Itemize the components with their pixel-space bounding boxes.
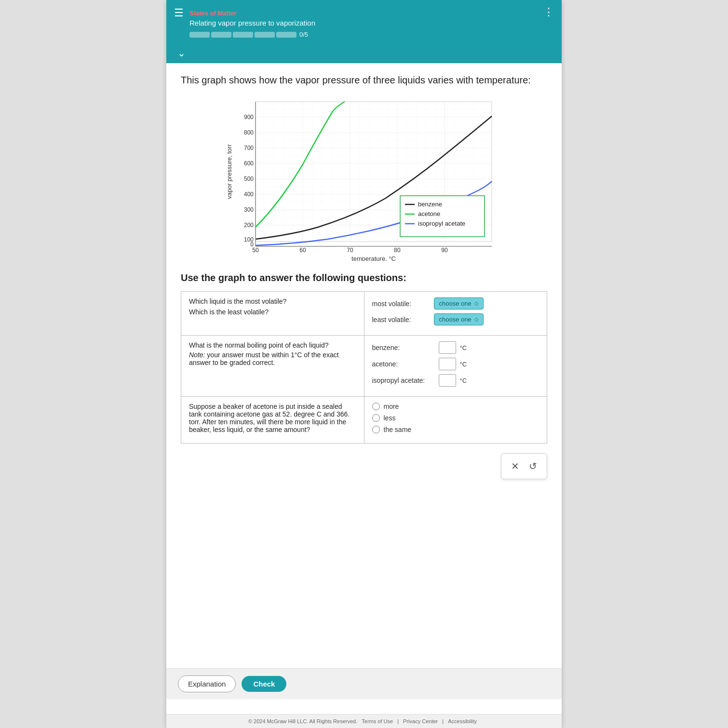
acetone-unit: °C: [460, 361, 467, 368]
header-subtitle: States of Matter: [189, 10, 237, 17]
isopropyl-unit: °C: [460, 377, 467, 384]
svg-text:50: 50: [252, 247, 259, 254]
boiling-answers: benzene: °C acetone: °C isopropyl acetat…: [364, 336, 547, 397]
radio-less[interactable]: [372, 414, 380, 422]
radio-same-label: the same: [384, 426, 412, 433]
svg-text:700: 700: [244, 145, 254, 151]
progress-segment-1: [189, 32, 210, 38]
vapor-pressure-chart: 900 800 700 600 500 400 300 200 100 0 50…: [222, 97, 506, 261]
progress-bar-row: States of Matter Relating vapor pressure…: [189, 10, 315, 38]
progress-segments: [189, 32, 297, 38]
acetone-input[interactable]: [439, 358, 456, 370]
isopropyl-boiling-row: isopropyl acetate: °C: [372, 374, 539, 387]
most-volatile-question: Which liquid is the most volatile?: [189, 297, 356, 305]
main-content: This graph shows how the vapor pressure …: [166, 63, 562, 499]
header-left: ☰ States of Matter Relating vapor pressu…: [174, 6, 315, 38]
hamburger-icon[interactable]: ☰: [174, 7, 184, 19]
chevron-row: ⌄: [166, 43, 562, 63]
table-row-acetone: Suppose a beaker of acetone is put insid…: [181, 397, 547, 444]
boiling-note: Note: your answer must be within 1°C of …: [189, 351, 356, 366]
isopropyl-label: isopropyl acetate:: [372, 377, 435, 384]
svg-text:900: 900: [244, 114, 254, 121]
isopropyl-input[interactable]: [439, 374, 456, 387]
volatility-answers: most volatile: choose one ◇ least volati…: [364, 292, 547, 336]
radio-more-row: more: [372, 403, 539, 410]
progress-segment-5: [276, 32, 297, 38]
chevron-button[interactable]: ⌄: [173, 46, 189, 60]
svg-text:80: 80: [394, 247, 401, 254]
feedback-dismiss-button[interactable]: ✕: [511, 460, 519, 472]
table-row-boiling: What is the normal boiling point of each…: [181, 336, 547, 397]
svg-text:acetone: acetone: [418, 210, 440, 217]
footer: © 2024 McGraw Hill LLC. All Rights Reser…: [166, 714, 562, 728]
radio-more[interactable]: [372, 403, 380, 410]
svg-text:600: 600: [244, 160, 254, 167]
x-axis-label: temperature, °C: [351, 255, 396, 261]
radio-same[interactable]: [372, 426, 380, 433]
radio-same-row: the same: [372, 426, 539, 433]
svg-rect-59: [400, 196, 485, 237]
least-volatile-row: least volatile: choose one ◇: [372, 313, 539, 325]
svg-text:300: 300: [244, 206, 254, 213]
benzene-unit: °C: [460, 344, 467, 351]
svg-text:90: 90: [441, 247, 448, 254]
most-volatile-placeholder: choose one: [439, 300, 472, 307]
progress-label: 0/5: [299, 31, 308, 38]
svg-text:70: 70: [347, 247, 353, 254]
acetone-label: acetone:: [372, 360, 435, 368]
progress-segment-4: [255, 32, 275, 38]
explanation-button[interactable]: Explanation: [178, 675, 236, 692]
chart-container: 900 800 700 600 500 400 300 200 100 0 50…: [181, 97, 547, 261]
boiling-question: What is the normal boiling point of each…: [181, 336, 364, 397]
header-titles: States of Matter Relating vapor pressure…: [189, 6, 315, 38]
y-axis-label: vapor pressure, torr: [226, 144, 233, 199]
svg-text:500: 500: [244, 175, 254, 182]
progress-segment-2: [211, 32, 231, 38]
svg-text:isopropyl acetate: isopropyl acetate: [418, 220, 465, 227]
question-table: Which liquid is the most volatile? Which…: [181, 291, 547, 444]
radio-less-label: less: [384, 414, 396, 422]
header-title: Relating vapor pressure to vaporization: [189, 19, 315, 27]
most-volatile-dropdown[interactable]: choose one ◇: [434, 297, 484, 310]
acetone-options: more less the same: [364, 397, 547, 444]
least-volatile-question: Which is the least volatile?: [189, 308, 356, 316]
least-volatile-placeholder: choose one: [439, 316, 472, 323]
footer-accessibility[interactable]: Accessibility: [448, 718, 477, 724]
least-volatile-arrow: ◇: [474, 316, 478, 323]
progress-segment-3: [233, 32, 253, 38]
bottom-bar: Explanation Check: [166, 668, 562, 699]
check-button[interactable]: Check: [242, 676, 286, 692]
svg-text:60: 60: [299, 247, 306, 254]
volatility-question: Which liquid is the most volatile? Which…: [181, 292, 364, 336]
radio-more-label: more: [384, 403, 399, 410]
question-heading: Use the graph to answer the following qu…: [181, 272, 547, 283]
svg-text:200: 200: [244, 222, 254, 229]
benzene-label: benzene:: [372, 344, 435, 351]
feedback-container: ✕ ↺: [181, 453, 547, 479]
radio-less-row: less: [372, 414, 539, 422]
header: ☰ States of Matter Relating vapor pressu…: [166, 0, 562, 43]
most-volatile-row: most volatile: choose one ◇: [372, 297, 539, 310]
feedback-retry-button[interactable]: ↺: [529, 460, 537, 472]
intro-text: This graph shows how the vapor pressure …: [181, 73, 547, 87]
more-icon[interactable]: ⋮: [543, 6, 554, 18]
footer-terms[interactable]: Terms of Use: [362, 718, 393, 724]
svg-text:400: 400: [244, 191, 254, 198]
benzene-boiling-row: benzene: °C: [372, 341, 539, 354]
feedback-panel: ✕ ↺: [501, 453, 547, 479]
most-volatile-arrow: ◇: [474, 300, 478, 307]
svg-text:800: 800: [244, 129, 254, 136]
least-volatile-label: least volatile:: [372, 316, 430, 324]
benzene-input[interactable]: [439, 341, 456, 354]
acetone-scenario: Suppose a beaker of acetone is put insid…: [181, 397, 364, 444]
acetone-boiling-row: acetone: °C: [372, 358, 539, 370]
most-volatile-label: most volatile:: [372, 300, 430, 308]
footer-copyright: © 2024 McGraw Hill LLC. All Rights Reser…: [248, 718, 357, 724]
svg-text:benzene: benzene: [418, 201, 442, 208]
table-row-volatility: Which liquid is the most volatile? Which…: [181, 292, 547, 336]
footer-privacy[interactable]: Privacy Center: [403, 718, 438, 724]
least-volatile-dropdown[interactable]: choose one ◇: [434, 313, 484, 325]
boiling-question-text: What is the normal boiling point of each…: [189, 341, 356, 349]
